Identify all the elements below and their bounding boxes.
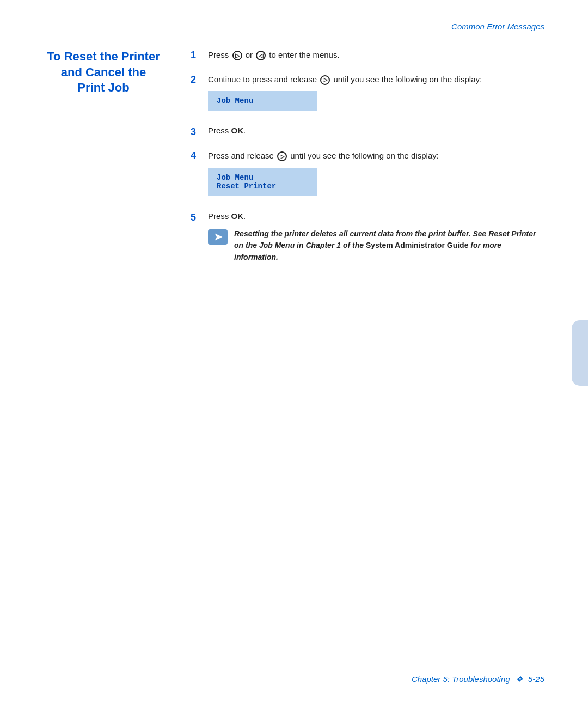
header-section: Common Error Messages — [451, 22, 544, 31]
step-2-content: Continue to press and release ▷ until yo… — [208, 74, 544, 114]
step-4-number: 4 — [191, 150, 208, 162]
step2-forward-btn-icon: ▷ — [320, 75, 330, 85]
step-3-ok: OK — [231, 126, 244, 135]
heading-line2: and Cancel the — [33, 65, 174, 81]
heading-line3: Print Job — [33, 80, 174, 96]
footer-chapter: Chapter 5: Troubleshooting — [412, 674, 510, 684]
heading-line1: To Reset the Printer — [33, 49, 174, 65]
note-normal-text: System Administrator Guide — [364, 241, 468, 249]
step-4-display-line1: Job Menu — [217, 173, 308, 182]
step-2-display-line1: Job Menu — [217, 96, 308, 105]
note-icon: ➤ — [208, 229, 228, 245]
header-title: Common Error Messages — [451, 22, 544, 31]
step-4-display-box: Job Menu Reset Printer — [208, 168, 317, 196]
step-1-text: Press ▷ or ◁ to enter the menus. — [208, 50, 340, 59]
page-container: Common Error Messages To Reset the Print… — [0, 0, 588, 706]
forward-btn-icon: ▷ — [232, 51, 242, 60]
back-btn-icon: ◁ — [256, 51, 266, 60]
step-4: 4 Press and release ▷ until you see the … — [191, 150, 544, 199]
step-3: 3 Press OK. — [191, 126, 544, 138]
note-arrow-icon: ➤ — [214, 231, 222, 243]
footer-section: Chapter 5: Troubleshooting ❖ 5-25 — [412, 674, 544, 684]
step-5-content: Press OK. ➤ Resetting the printer delete… — [208, 211, 544, 264]
step-5: 5 Press OK. ➤ Resetting the printer dele… — [191, 211, 544, 264]
step-1: 1 Press ▷ or ◁ to enter the menus. — [191, 49, 544, 62]
note-text: Resetting the printer deletes all curren… — [234, 228, 544, 264]
step-5-text: Press OK. — [208, 211, 544, 221]
step-2: 2 Continue to press and release ▷ until … — [191, 74, 544, 114]
step-1-number: 1 — [191, 49, 208, 61]
step-2-display-box: Job Menu — [208, 91, 317, 111]
step-4-content: Press and release ▷ until you see the fo… — [208, 150, 544, 199]
footer-page-number: 5-25 — [528, 674, 544, 684]
step-4-display-line2: Reset Printer — [217, 182, 308, 191]
left-column: To Reset the Printer and Cancel the Prin… — [33, 49, 174, 96]
page-tab — [572, 320, 588, 386]
note-box: ➤ Resetting the printer deletes all curr… — [208, 228, 544, 264]
step-2-number: 2 — [191, 74, 208, 86]
right-column: 1 Press ▷ or ◁ to enter the menus. 2 Con… — [191, 49, 544, 276]
footer-text: Chapter 5: Troubleshooting ❖ 5-25 — [412, 674, 544, 684]
step-3-content: Press OK. — [208, 126, 544, 135]
step-1-content: Press ▷ or ◁ to enter the menus. — [208, 49, 544, 62]
step-3-number: 3 — [191, 126, 208, 138]
step-5-ok: OK — [231, 211, 244, 221]
section-heading: To Reset the Printer and Cancel the Prin… — [33, 49, 174, 96]
footer-diamond: ❖ — [516, 674, 523, 684]
step4-forward-btn-icon: ▷ — [277, 151, 287, 161]
step-2-text: Continue to press and release ▷ until yo… — [208, 75, 482, 84]
step-4-text: Press and release ▷ until you see the fo… — [208, 151, 439, 160]
step-5-number: 5 — [191, 211, 208, 223]
step-3-text: Press OK. — [208, 126, 246, 135]
